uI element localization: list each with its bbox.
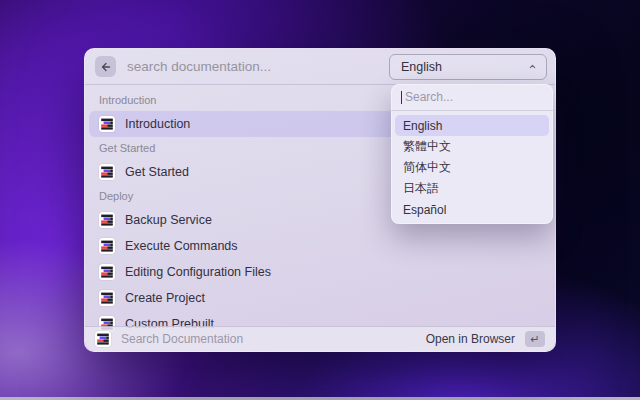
result-label: Get Started [125, 165, 189, 179]
result-label: Execute Commands [125, 239, 238, 253]
doc-result-item[interactable]: Execute Commands [89, 233, 551, 259]
language-options: English繁體中文简体中文日本語Español [391, 111, 553, 224]
zeabur-logo-icon [99, 212, 115, 228]
zeabur-logo-icon [99, 116, 115, 132]
text-cursor [401, 91, 402, 104]
footer-bar: Search Documentation Open in Browser ↵ [85, 326, 555, 351]
language-select[interactable]: English [389, 54, 547, 80]
open-in-browser-label[interactable]: Open in Browser [426, 332, 515, 346]
doc-result-item[interactable]: Editing Configuration Files [89, 259, 551, 285]
enter-key-icon[interactable]: ↵ [525, 331, 545, 347]
result-label: Backup Service [125, 213, 212, 227]
zeabur-logo-icon [99, 290, 115, 306]
language-option[interactable]: English [395, 115, 549, 136]
language-option[interactable]: Español [395, 199, 549, 220]
language-option[interactable]: 繁體中文 [395, 136, 549, 157]
zeabur-logo-icon [99, 264, 115, 280]
result-label: Create Project [125, 291, 205, 305]
arrow-left-icon [100, 61, 112, 73]
zeabur-logo-icon [99, 164, 115, 180]
language-search-field[interactable] [391, 84, 553, 110]
back-button[interactable] [95, 56, 116, 77]
language-option[interactable]: 简体中文 [395, 157, 549, 178]
chevron-up-icon [528, 62, 537, 71]
zeabur-logo-icon [95, 331, 111, 347]
zeabur-logo-icon [99, 238, 115, 254]
search-palette-window: English IntroductionIntroductionGet Star… [84, 48, 556, 352]
search-bar: English [85, 49, 555, 85]
result-label: Editing Configuration Files [125, 265, 271, 279]
desktop-background: English IntroductionIntroductionGet Star… [0, 0, 640, 400]
language-dropdown-menu: English繁體中文简体中文日本語Español [391, 84, 553, 224]
footer-title: Search Documentation [121, 332, 416, 346]
language-search-input[interactable] [403, 89, 543, 105]
result-label: Introduction [125, 117, 190, 131]
language-option[interactable]: 日本語 [395, 178, 549, 199]
language-select-value: English [401, 60, 528, 74]
doc-result-item[interactable]: Create Project [89, 285, 551, 311]
search-input[interactable] [125, 58, 389, 75]
